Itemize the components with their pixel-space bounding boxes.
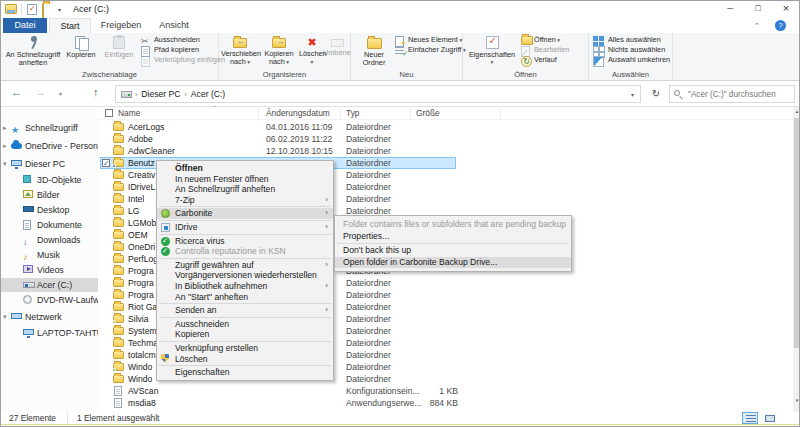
context-menu-item-kopieren[interactable]: Kopieren xyxy=(157,329,333,340)
ribbon-collapse-icon[interactable]: ⌃ xyxy=(754,22,760,30)
tab-view[interactable]: Ansicht xyxy=(151,18,197,33)
history-button[interactable]: Verlauf xyxy=(521,55,569,65)
quick-access-properties-icon[interactable] xyxy=(27,4,37,15)
chevron-expanded-icon[interactable]: ▾ xyxy=(3,157,7,171)
new-folder-button[interactable]: Neuer Ordner xyxy=(355,35,393,67)
tab-file[interactable]: Datei xyxy=(3,18,47,33)
breadcrumb[interactable]: Dieser PCAcer (C:) xyxy=(115,85,641,103)
breadcrumb-item[interactable]: Acer (C:) xyxy=(188,89,228,99)
this-pc-icon xyxy=(11,160,22,166)
chevron-expanded-icon[interactable]: ▾ xyxy=(3,310,7,324)
invert-selection-button[interactable]: Auswahl umkehren xyxy=(593,55,670,65)
sidebar-item-acer-c[interactable]: Acer (C:) xyxy=(1,278,98,292)
sidebar-item-dieser-pc[interactable]: ▾Dieser PC xyxy=(1,157,98,171)
details-view-button[interactable] xyxy=(742,412,758,424)
submenu-item-properties[interactable]: Properties... xyxy=(335,231,571,243)
sidebar-item-laptop-tahtu30e[interactable]: LAPTOP-TAHTU30E xyxy=(1,326,98,340)
context-menu-item-carbonite[interactable]: Carbonite› xyxy=(157,208,333,219)
group-label: Auswählen xyxy=(589,70,672,79)
copy-to-button[interactable]: Kopieren nach xyxy=(260,35,298,67)
context-menu-item-ausschneiden[interactable]: Ausschneiden xyxy=(157,319,333,330)
new-item-button[interactable]: Neues Element xyxy=(395,35,466,45)
sidebar-item-bilder[interactable]: Bilder xyxy=(1,188,98,202)
open-button[interactable]: Öffnen xyxy=(521,35,569,45)
sidebar-item-netzwerk[interactable]: ▾Netzwerk xyxy=(1,310,98,324)
search-input[interactable] xyxy=(686,87,792,101)
backup-status-overlay-icon xyxy=(112,164,116,168)
copy-path-button[interactable]: Pfad kopieren xyxy=(141,45,225,55)
context-menu-item-ffnen[interactable]: Öffnen xyxy=(157,163,333,174)
column-header-size[interactable]: Größe xyxy=(416,107,440,120)
submenu-item-open-folder-in-carbonite-backup-drive[interactable]: Open folder in Carbonite Backup Drive... xyxy=(335,257,571,269)
cut-button[interactable]: Ausschneiden xyxy=(141,35,225,45)
column-header-date[interactable]: Änderungsdatum xyxy=(266,107,330,120)
chevron-collapsed-icon[interactable]: ▸ xyxy=(3,121,7,135)
back-icon[interactable] xyxy=(11,86,22,98)
address-bar: Dieser PCAcer (C:) xyxy=(1,82,799,107)
select-none-button[interactable]: Nichts auswählen xyxy=(593,45,670,55)
minimize-button[interactable] xyxy=(717,1,743,16)
column-header-type[interactable]: Typ xyxy=(346,107,360,120)
table-row[interactable]: AcerLogs04.01.2016 11:09Dateiordner xyxy=(98,121,793,133)
scrollbar-thumb[interactable] xyxy=(794,118,800,348)
refresh-icon[interactable] xyxy=(647,85,665,103)
row-checkbox[interactable] xyxy=(102,159,110,167)
scroll-down-icon[interactable] xyxy=(793,396,800,405)
thumbnail-view-button[interactable] xyxy=(761,412,777,424)
sidebar-item-onedrive-personal[interactable]: ▸OneDrive - Personal xyxy=(1,139,98,153)
context-menu-item-an-schnellzugriff-anheften[interactable]: An Schnellzugriff anheften xyxy=(157,184,333,195)
quick-access-toolbar-caret-icon[interactable]: ▾ xyxy=(58,6,61,13)
context-menu-item-l-schen[interactable]: Löschen xyxy=(157,354,333,365)
sidebar-item-schnellzugriff[interactable]: ▸Schnellzugriff xyxy=(1,121,98,135)
sidebar-item-3d-objekte[interactable]: 3D-Objekte xyxy=(1,173,98,187)
sidebar-item-downloads[interactable]: Downloads xyxy=(1,233,98,247)
tab-share[interactable]: Freigeben xyxy=(93,18,149,33)
context-menu-item-idrive[interactable]: IDrive› xyxy=(157,222,333,233)
select-all-button[interactable]: Alles auswählen xyxy=(593,35,670,45)
maximize-button[interactable] xyxy=(745,1,771,16)
context-menu-item-in-bibliothek-aufnehmen[interactable]: In Bibliothek aufnehmen› xyxy=(157,281,333,292)
column-header-name[interactable]: Name xyxy=(118,107,140,120)
status-bar: 27 Elemente 1 Element ausgewählt xyxy=(1,412,799,424)
table-row[interactable]: AdwCleaner12.10.2018 10:15Dateiordner xyxy=(98,145,793,157)
table-row[interactable]: Adobe06.02.2019 11:22Dateiordner xyxy=(98,133,793,145)
sidebar-item-desktop[interactable]: Desktop xyxy=(1,203,98,217)
downloads-icon xyxy=(23,235,34,245)
sidebar-item-musik[interactable]: Musik xyxy=(1,248,98,262)
properties-button[interactable]: Eigenschaften xyxy=(467,35,517,67)
chevron-collapsed-icon[interactable]: ▸ xyxy=(3,139,7,153)
copy-button[interactable]: Kopieren xyxy=(63,35,99,67)
pin-to-quick-access-button[interactable]: An Schnellzugriff anheften xyxy=(5,35,61,67)
sidebar-item-videos[interactable]: Videos xyxy=(1,263,98,277)
sidebar-item-dvd-rw-laufwerk[interactable]: DVD-RW-Laufwerk ( xyxy=(1,293,98,307)
help-icon[interactable]: ? xyxy=(775,20,786,31)
tab-home[interactable]: Start xyxy=(49,18,91,33)
breadcrumb-item[interactable]: Dieser PC xyxy=(138,89,183,99)
move-to-button[interactable]: Verschieben nach xyxy=(221,35,259,67)
context-menu-item-verkn-pfung-erstellen[interactable]: Verknüpfung erstellen xyxy=(157,343,333,354)
submenu-item-don-t-back-this-up[interactable]: Don't back this up xyxy=(335,245,571,257)
button-label: Einfügen xyxy=(105,50,134,59)
scroll-up-icon[interactable] xyxy=(793,107,800,116)
up-icon[interactable] xyxy=(93,86,99,98)
vertical-scrollbar[interactable] xyxy=(793,107,800,412)
close-button[interactable] xyxy=(773,1,799,16)
sidebar-item-dokumente[interactable]: Dokumente xyxy=(1,218,98,232)
context-menu-item-in-neuem-fenster-ffnen[interactable]: In neuem Fenster öffnen xyxy=(157,174,333,185)
delete-button[interactable]: Löschen xyxy=(299,35,325,67)
context-menu-item-senden-an[interactable]: Senden an› xyxy=(157,305,333,316)
context-menu-item-vorg-ngerversionen-wiederherstellen[interactable]: Vorgängerversionen wiederherstellen xyxy=(157,270,333,281)
context-menu-item-an-start-anheften[interactable]: An "Start" anheften xyxy=(157,292,333,303)
context-menu-item-zugriff-gew-hren-auf[interactable]: Zugriff gewähren auf› xyxy=(157,260,333,271)
easy-access-button[interactable]: Einfacher Zugriff xyxy=(395,45,466,55)
address-dropdown-caret-icon[interactable] xyxy=(631,91,634,98)
search-box[interactable] xyxy=(669,85,795,103)
backup-status-overlay-icon xyxy=(112,368,116,372)
context-menu-item-ricerca-virus[interactable]: Ricerca virus xyxy=(157,236,333,247)
select-all-checkbox[interactable] xyxy=(105,109,113,117)
context-menu-item-eigenschaften[interactable]: Eigenschaften xyxy=(157,367,333,378)
table-row[interactable]: AVScanKonfigurationsein...1 KB xyxy=(98,385,793,397)
table-row[interactable]: msdia8Anwendungserwe...884 KB xyxy=(98,397,793,409)
context-menu-item-7-zip[interactable]: 7-Zip› xyxy=(157,195,333,206)
recent-locations-caret-icon[interactable] xyxy=(59,90,62,97)
